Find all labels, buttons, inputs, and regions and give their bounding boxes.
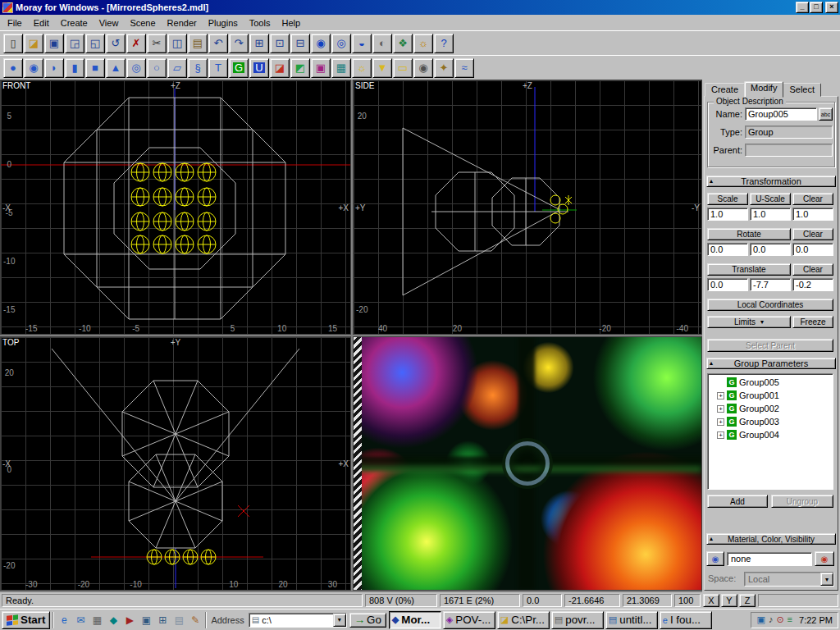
plane-tool-icon[interactable]: ▱ <box>167 58 187 78</box>
address-dropdown-icon[interactable]: ▾ <box>333 614 346 627</box>
menu-item[interactable]: Create <box>55 16 94 30</box>
camera-tool-icon[interactable]: ◉ <box>413 58 433 78</box>
render-region-icon[interactable]: ◒ <box>352 34 372 53</box>
translate-button[interactable]: Translate <box>707 263 791 276</box>
render-preview-viewport[interactable] <box>353 336 702 591</box>
menu-item[interactable]: Help <box>276 16 306 30</box>
copy-icon[interactable]: ◫ <box>167 34 187 53</box>
union-tool-icon[interactable]: U <box>249 58 269 78</box>
notepad-icon[interactable]: ▤ <box>171 613 186 628</box>
translate-value-input[interactable]: 0.0 <box>707 278 748 291</box>
new-file-icon[interactable]: ▯ <box>3 34 23 53</box>
scale-value-input[interactable]: 1.0 <box>707 208 748 221</box>
axis-toggle-button[interactable]: Y <box>721 594 737 607</box>
material-preview-button[interactable]: ◉ <box>706 551 724 566</box>
undo-icon[interactable]: ↺ <box>106 34 126 53</box>
rotate-value-input[interactable]: 0.0 <box>792 243 833 256</box>
rotate-left-icon[interactable]: ↶ <box>208 34 228 53</box>
u-scale-button[interactable]: U-Scale <box>750 193 791 205</box>
blob-tool-icon[interactable]: ◉ <box>24 58 43 78</box>
rotate-right-icon[interactable]: ↷ <box>229 34 249 53</box>
task-untitled[interactable]: ▤ untitl... <box>605 611 658 629</box>
open-file-icon[interactable]: ◪ <box>24 34 43 53</box>
clear-rotate-button[interactable]: Clear <box>792 228 833 240</box>
rotate-value-input[interactable]: 0.0 <box>750 243 791 256</box>
axis-toggle-button[interactable]: X <box>703 594 719 607</box>
sphere-tool-icon[interactable]: ● <box>3 58 23 78</box>
cone-tool-icon[interactable]: ▲ <box>106 58 126 78</box>
text-tool-icon[interactable]: T <box>208 58 228 78</box>
show-desktop-icon[interactable]: ▦ <box>89 613 104 628</box>
rotate-button[interactable]: Rotate <box>707 228 791 240</box>
menu-item[interactable]: Tools <box>244 16 276 30</box>
render-scene-icon[interactable]: ◉ <box>311 34 331 53</box>
lathe-tool-icon[interactable]: § <box>188 58 208 78</box>
udo-tool-icon[interactable]: ✦ <box>434 58 454 78</box>
task-folder[interactable]: ◪ C:\Pr... <box>497 611 550 629</box>
go-button[interactable]: → Go <box>349 613 386 628</box>
group-tree[interactable]: + G Group005 + G Group001 + G Group002 <box>707 373 833 490</box>
axis-constrain-icon[interactable]: ⊟ <box>290 34 310 53</box>
axis-toggle-button[interactable]: Z <box>739 594 756 607</box>
name-input[interactable]: Group005 <box>745 107 817 121</box>
panel-tab[interactable]: Select <box>783 83 821 97</box>
address-combo[interactable]: ▤ c:\ ▾ <box>249 613 347 628</box>
torus-tool-icon[interactable]: ◎ <box>126 58 146 78</box>
tree-expand-icon[interactable]: + <box>717 405 724 413</box>
cylinder-tool-icon[interactable]: ▮ <box>65 58 84 78</box>
sweep-tool-icon[interactable]: ≈ <box>454 58 474 78</box>
tree-expand-icon[interactable]: + <box>717 431 724 439</box>
scale-value-input[interactable]: 1.0 <box>750 208 791 221</box>
tree-item[interactable]: + G Group001 <box>709 389 832 402</box>
top-viewport[interactable]: TOP +Y -X +X 200-20 -30-20-10102030 <box>0 336 351 591</box>
network-icon[interactable]: ⊞ <box>155 613 170 628</box>
material-edit-button[interactable]: ◉ <box>815 551 834 566</box>
close-button[interactable]: × <box>825 2 838 13</box>
maximize-button[interactable]: □ <box>810 2 823 13</box>
start-button[interactable]: Start <box>2 611 50 629</box>
intersection-tool-icon[interactable]: ◩ <box>290 58 310 78</box>
help-icon[interactable]: ? <box>434 34 454 53</box>
spotlight-tool-icon[interactable]: ▼ <box>372 58 392 78</box>
arealight-tool-icon[interactable]: ▭ <box>393 58 413 78</box>
ellipsoid-tool-icon[interactable]: ◗ <box>44 58 64 78</box>
translate-value-input[interactable]: -0.2 <box>792 278 833 291</box>
select-parent-button[interactable]: Select Parent <box>707 339 833 352</box>
pointlight-tool-icon[interactable]: ☼ <box>352 58 372 78</box>
translate-value-input[interactable]: -7.7 <box>750 278 791 291</box>
transformation-header[interactable]: ▴ Transformation <box>706 176 836 187</box>
space-dropdown-icon[interactable]: ▾ <box>820 573 833 586</box>
difference-tool-icon[interactable]: ◪ <box>270 58 290 78</box>
outlook-express-icon[interactable]: ✉ <box>73 613 88 628</box>
scale-button[interactable]: Scale <box>707 193 748 205</box>
save-file-icon[interactable]: ▣ <box>44 34 64 53</box>
media-player-icon[interactable]: ▶ <box>122 613 137 628</box>
grid-icon[interactable]: ⊞ <box>249 34 269 53</box>
paint-icon[interactable]: ✎ <box>188 613 203 628</box>
material-editor-icon[interactable]: ❖ <box>393 34 413 53</box>
local-coordinates-button[interactable]: Local Coordinates <box>707 299 833 311</box>
my-computer-icon[interactable]: ▣ <box>139 613 153 628</box>
internet-explorer-icon[interactable]: e <box>57 613 71 628</box>
minimize-button[interactable]: _ <box>796 2 809 13</box>
task-povray[interactable]: ◈ POV-... <box>443 611 495 629</box>
group-tool-icon[interactable]: G <box>229 58 249 78</box>
tree-item[interactable]: + G Group003 <box>709 415 832 428</box>
menu-item[interactable]: Scene <box>124 16 161 30</box>
merge-tool-icon[interactable]: ▣ <box>311 58 331 78</box>
add-button[interactable]: Add <box>707 495 768 508</box>
render-window-icon[interactable]: ◎ <box>331 34 351 53</box>
group-parameters-header[interactable]: ▴ Group Parameters <box>706 358 836 369</box>
tree-item[interactable]: + G Group004 <box>709 428 832 441</box>
tray-network-icon[interactable]: ≡ <box>788 615 792 624</box>
rotate-value-input[interactable]: 0.0 <box>707 243 748 256</box>
menu-item[interactable]: Edit <box>28 16 55 30</box>
tree-item[interactable]: + G Group002 <box>709 402 832 415</box>
side-viewport[interactable]: SIDE +Z +Y -Y 20-20 4020-20-40 <box>353 80 702 335</box>
limits-button[interactable]: Limits ▾ <box>707 316 791 328</box>
box-tool-icon[interactable]: ■ <box>85 58 105 78</box>
material-header[interactable]: ▴ Material, Color, Visibility <box>706 533 836 545</box>
panel-tab[interactable]: Create <box>705 83 745 97</box>
clear-translate-button[interactable]: Clear <box>792 263 833 276</box>
tray-scheduler-icon[interactable]: ⊙ <box>776 615 783 624</box>
